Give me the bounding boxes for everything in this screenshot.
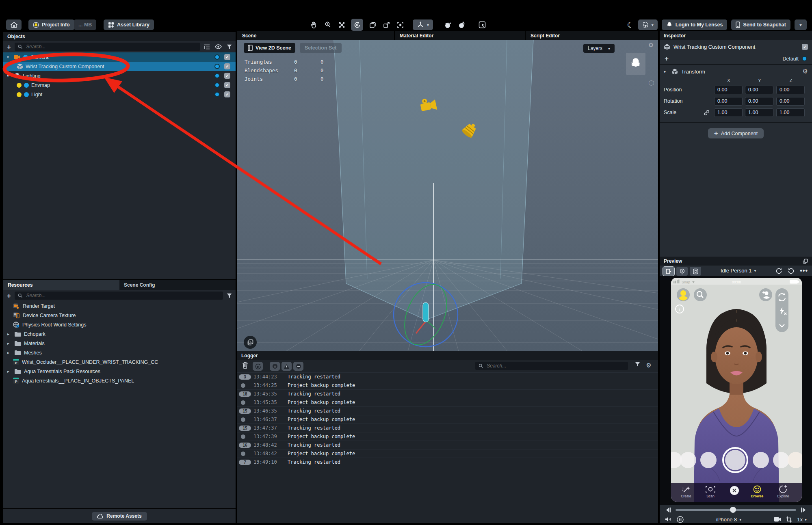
preview-mode-webcam-button[interactable]: [676, 267, 688, 276]
step-back-button[interactable]: [665, 507, 671, 513]
position-x-field[interactable]: [714, 86, 743, 94]
log-entry[interactable]: 13:45:35Project backup complete: [237, 398, 658, 406]
speed-dropdown[interactable]: 1x ▾: [797, 516, 807, 523]
reset-preview-icon[interactable]: [788, 268, 795, 274]
logger-search[interactable]: [475, 362, 628, 370]
logger-settings-gear-icon[interactable]: ⚙: [646, 362, 652, 369]
login-my-lenses-button[interactable]: Login to My Lenses: [662, 19, 728, 30]
tab-resources[interactable]: Resources: [3, 280, 119, 290]
snapshot-crop-icon[interactable]: [786, 516, 792, 523]
default-layer-dot[interactable]: [802, 56, 807, 61]
reload-lens-icon[interactable]: [775, 268, 782, 274]
position-z-field[interactable]: [776, 86, 805, 94]
resource-row-aqua-pack[interactable]: ▸ Aqua Terrestrials Pack Resources: [3, 367, 236, 376]
log-entry[interactable]: 13:48:42Project backup complete: [237, 449, 658, 458]
device-preview-frame[interactable]: Snap 00:00: [671, 278, 802, 502]
scale-y-field[interactable]: [745, 108, 773, 117]
filter-error-toggle[interactable]: [293, 362, 303, 371]
transform-rect-icon[interactable]: [382, 20, 391, 29]
log-entry[interactable]: 1813:45:35Tracking restarted: [237, 389, 658, 398]
preview-mode-device-button[interactable]: [663, 267, 674, 276]
zoom-tool-icon[interactable]: [323, 20, 332, 29]
objects-search-input[interactable]: [25, 43, 197, 50]
viewport-hexagon-icon[interactable]: ⬡: [648, 79, 654, 87]
playback-slider[interactable]: [676, 509, 796, 511]
step-forward-button[interactable]: [800, 507, 807, 513]
tab-script-editor[interactable]: Script Editor: [526, 31, 658, 40]
enabled-checkbox[interactable]: ✓: [224, 73, 230, 79]
tree-view-icon[interactable]: [204, 44, 210, 50]
scale-x-field[interactable]: [714, 108, 743, 117]
resource-row-physics-settings[interactable]: Physics Root World Settings: [3, 320, 236, 329]
log-entry[interactable]: 313:44:23Tracking restarted: [237, 372, 658, 381]
add-resource-button[interactable]: +: [7, 292, 11, 299]
resource-row-wrist-occluder[interactable]: P Wrist_Occluder__PLACE_UNDER_WRIST_TRAC…: [3, 357, 236, 367]
filter-info-toggle[interactable]: [270, 362, 280, 371]
rotation-x-field[interactable]: [714, 97, 743, 106]
chevron-down-icon[interactable]: ▾: [7, 73, 11, 78]
chevron-right-icon[interactable]: ▸: [7, 332, 11, 336]
tree-row-lighting[interactable]: ▾ Lighting ✓: [3, 71, 236, 80]
transform-gear-icon[interactable]: ⚙: [803, 68, 808, 75]
device-dropdown[interactable]: iPhone 8 ▾: [689, 516, 769, 523]
eye-icon[interactable]: [215, 44, 222, 49]
record-video-icon[interactable]: [774, 517, 781, 522]
move-tool-icon[interactable]: [337, 20, 346, 29]
transform-section-header[interactable]: ▾ Transform ⚙: [660, 65, 812, 78]
pivot-local-icon[interactable]: [457, 20, 466, 29]
rotation-y-field[interactable]: [745, 97, 773, 106]
position-y-field[interactable]: [745, 86, 773, 94]
chevron-right-icon[interactable]: ▸: [7, 341, 11, 346]
tree-row-wrist-tracking[interactable]: Wrist Tracking Custom Component ✓: [3, 62, 236, 71]
selection-set-button[interactable]: Selection Set: [300, 43, 342, 53]
logger-search-input[interactable]: [486, 363, 625, 369]
enabled-checkbox[interactable]: ✓: [224, 82, 230, 88]
resource-row-materials[interactable]: ▸ Materials: [3, 339, 236, 348]
preview-mode-sync-button[interactable]: [690, 267, 701, 276]
chevron-right-icon[interactable]: ▸: [7, 369, 11, 374]
persona-dropdown[interactable]: Idle Person 1 ▾: [721, 268, 756, 274]
rotation-z-field[interactable]: [776, 97, 805, 106]
send-to-snapchat-button[interactable]: Send to Snapchat: [731, 19, 790, 30]
log-entry[interactable]: 713:49:10Tracking restarted: [237, 458, 658, 466]
logger-filter-icon[interactable]: [635, 362, 640, 367]
chevron-down-icon[interactable]: ▾: [7, 55, 11, 59]
log-entry[interactable]: 13:47:39Project backup complete: [237, 432, 658, 441]
focus-selection-icon[interactable]: [396, 20, 405, 29]
audio-mute-icon[interactable]: [665, 516, 672, 522]
viewport-gear-icon[interactable]: ⚙: [648, 41, 654, 49]
render-layer-dot[interactable]: [214, 92, 220, 97]
log-entry[interactable]: 1513:46:35Tracking restarted: [237, 406, 658, 415]
log-entry[interactable]: 1513:47:37Tracking restarted: [237, 423, 658, 432]
add-device-preview-dropdown[interactable]: ▾: [638, 19, 658, 30]
log-entry[interactable]: 1613:48:42Tracking restarted: [237, 441, 658, 449]
component-enabled-checkbox[interactable]: ✓: [802, 44, 808, 50]
marquee-select-icon[interactable]: [478, 20, 487, 29]
resources-search-input[interactable]: [25, 292, 220, 299]
pan-tool-icon[interactable]: [310, 20, 318, 29]
send-options-dropdown[interactable]: ▾: [795, 19, 807, 30]
tree-row-camera[interactable]: ▾ Camera ✓: [3, 52, 236, 62]
view-2d-scene-button[interactable]: View 2D Scene: [244, 43, 295, 53]
log-entry[interactable]: 13:46:37Project backup complete: [237, 415, 658, 423]
resource-row-aqua-prefab[interactable]: P AquaTerrestrials__PLACE_IN_OBJECTS_PAN…: [3, 376, 236, 385]
resources-search[interactable]: [15, 292, 223, 300]
resource-row-echopark[interactable]: ▸ Echopark: [3, 329, 236, 339]
tab-scene-config[interactable]: Scene Config: [119, 280, 236, 290]
log-entry[interactable]: 13:44:25Project backup complete: [237, 381, 658, 389]
remote-assets-button[interactable]: Remote Assets: [92, 512, 147, 521]
add-input-button[interactable]: +: [665, 55, 669, 62]
resource-row-render-target[interactable]: Render Target: [3, 301, 236, 311]
objects-search[interactable]: [15, 43, 200, 51]
clear-log-button[interactable]: [242, 362, 248, 369]
tab-scene[interactable]: Scene: [237, 31, 395, 40]
rotate-tool-icon[interactable]: [351, 19, 363, 31]
resource-row-meshes[interactable]: ▸ Meshes: [3, 348, 236, 357]
asset-library-button[interactable]: Asset Library: [104, 19, 154, 30]
viewport-preview-toggle-button[interactable]: [244, 336, 257, 349]
slider-knob[interactable]: [730, 507, 736, 513]
filter-icon[interactable]: [227, 44, 232, 50]
enabled-checkbox[interactable]: ✓: [224, 63, 230, 69]
layers-dropdown[interactable]: Layers ▾: [583, 44, 615, 53]
render-layer-dot[interactable]: [214, 73, 220, 78]
